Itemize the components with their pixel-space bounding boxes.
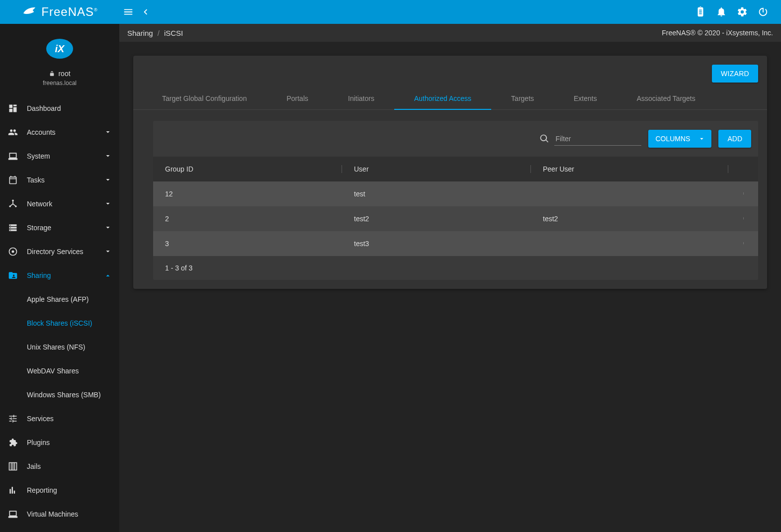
tab-portals[interactable]: Portals: [266, 88, 328, 109]
sidebar-item-label: Network: [27, 200, 103, 208]
search-field: [539, 132, 641, 146]
brand-logo[interactable]: FreeNAS®: [0, 0, 119, 24]
sidebar-item-label: Jails: [27, 462, 112, 470]
row-actions[interactable]: [728, 239, 758, 249]
search-icon: [539, 134, 549, 144]
wizard-button[interactable]: WIZARD: [712, 65, 758, 83]
sidebar-item-jails[interactable]: Jails: [0, 454, 119, 478]
sidebar-item-vm[interactable]: Virtual Machines: [0, 502, 119, 526]
table-row[interactable]: 3test3: [153, 231, 758, 256]
storage-icon: [7, 222, 19, 234]
sidebar-item-sharing[interactable]: Sharing: [0, 264, 119, 287]
row-actions[interactable]: [728, 189, 758, 199]
chevron-down-icon: [103, 223, 112, 232]
sidebar-item-system[interactable]: System: [0, 144, 119, 168]
sidebar-subitem-smb[interactable]: Windows Shares (SMB): [0, 383, 119, 407]
date-icon: [7, 174, 19, 186]
group-icon: [7, 126, 19, 138]
tab-auth[interactable]: Authorized Access: [394, 88, 491, 109]
gear-icon: [737, 6, 748, 17]
sidebar-item-label: Services: [27, 415, 112, 423]
sidebar-subitem-nfs[interactable]: Unix Shares (NFS): [0, 335, 119, 359]
sidebar-subitem-afp[interactable]: Apple Shares (AFP): [0, 287, 119, 311]
col-user[interactable]: User: [342, 165, 531, 173]
laptop-icon: [7, 508, 19, 520]
tune-icon: [7, 413, 19, 425]
add-button[interactable]: ADD: [718, 130, 751, 148]
cell-group-id: 3: [153, 240, 342, 248]
sidebar-item-tasks[interactable]: Tasks: [0, 168, 119, 192]
sidebar-item-plugins[interactable]: Plugins: [0, 431, 119, 454]
hostname-label: freenas.local: [43, 80, 77, 87]
tab-targets[interactable]: Targets: [491, 88, 554, 109]
sidebar-subitem-webdav[interactable]: WebDAV Shares: [0, 359, 119, 383]
sidebar-item-label: Sharing: [27, 271, 103, 279]
sidebar-item-dashboard[interactable]: Dashboard: [0, 96, 119, 120]
table-row[interactable]: 2test2test2: [153, 206, 758, 231]
more-vert-icon: [742, 189, 745, 198]
power-button[interactable]: [757, 6, 769, 18]
chart-icon: [7, 484, 19, 496]
more-vert-icon: [742, 214, 745, 223]
bell-icon: [716, 6, 727, 17]
tab-extents[interactable]: Extents: [554, 88, 617, 109]
chevron-down-icon: [103, 176, 112, 184]
chevron-down-icon: [103, 247, 112, 256]
chevron-down-icon: [699, 136, 704, 142]
back-button[interactable]: [139, 6, 151, 18]
brand-name: FreeNAS®: [41, 5, 97, 19]
cell-user: test2: [342, 215, 531, 223]
folder-shared-icon: [7, 269, 19, 281]
table-footer: 1 - 3 of 3: [153, 256, 758, 280]
sidebar-item-services[interactable]: Services: [0, 407, 119, 431]
auth-access-panel: COLUMNS ADD Group ID User Peer User 12te…: [153, 121, 758, 280]
filter-input[interactable]: [554, 132, 641, 146]
sidebar-item-directory[interactable]: Directory Services: [0, 240, 119, 264]
row-actions[interactable]: [728, 214, 758, 224]
table-header: Group ID User Peer User: [153, 157, 758, 181]
settings-button[interactable]: [736, 6, 748, 18]
tab-bar: Target Global ConfigurationPortalsInitia…: [133, 88, 767, 110]
breadcrumb-root[interactable]: Sharing: [127, 29, 153, 37]
tab-initiators[interactable]: Initiators: [328, 88, 394, 109]
clipboard-button[interactable]: [694, 6, 706, 18]
sidebar-item-storage[interactable]: Storage: [0, 216, 119, 240]
menu-toggle[interactable]: [122, 6, 134, 18]
cell-peer-user: test2: [531, 215, 728, 223]
hub-icon: [7, 198, 19, 210]
cell-user: test: [342, 190, 531, 198]
col-group-id[interactable]: Group ID: [153, 165, 342, 173]
columns-button[interactable]: COLUMNS: [648, 130, 711, 148]
sidebar-item-label: Virtual Machines: [27, 510, 112, 518]
user-label: root: [49, 70, 70, 78]
sidebar-item-label: Plugins: [27, 439, 112, 446]
cell-group-id: 2: [153, 215, 342, 223]
target-icon: [7, 246, 19, 258]
sidebar-item-accounts[interactable]: Accounts: [0, 120, 119, 144]
auth-access-table: Group ID User Peer User 12test2test2test…: [153, 157, 758, 256]
power-icon: [758, 6, 769, 17]
jail-icon: [7, 460, 19, 472]
chevron-down-icon: [103, 152, 112, 161]
sidebar-item-reporting[interactable]: Reporting: [0, 478, 119, 502]
tab-tgc[interactable]: Target Global Configuration: [142, 88, 266, 109]
sidebar-item-label: System: [27, 152, 103, 160]
cell-group-id: 12: [153, 190, 342, 198]
clipboard-icon: [695, 6, 706, 17]
notifications-button[interactable]: [715, 6, 727, 18]
chevron-left-icon: [140, 6, 151, 17]
more-vert-icon: [742, 239, 745, 248]
tab-assoc[interactable]: Associated Targets: [617, 88, 715, 109]
extension-icon: [7, 437, 19, 448]
table-row[interactable]: 12test: [153, 181, 758, 206]
sidebar-subitem-iscsi[interactable]: Block Shares (iSCSI): [0, 311, 119, 335]
col-peer-user[interactable]: Peer User: [531, 165, 728, 173]
sidebar-item-label: Tasks: [27, 176, 103, 184]
sidebar-header: iX root freenas.local: [0, 24, 119, 96]
shark-icon: [21, 4, 37, 20]
sidebar-item-network[interactable]: Network: [0, 192, 119, 216]
lock-icon: [49, 71, 55, 77]
chevron-up-icon: [103, 271, 112, 280]
dashboard-icon: [7, 102, 19, 114]
laptop-icon: [7, 150, 19, 162]
